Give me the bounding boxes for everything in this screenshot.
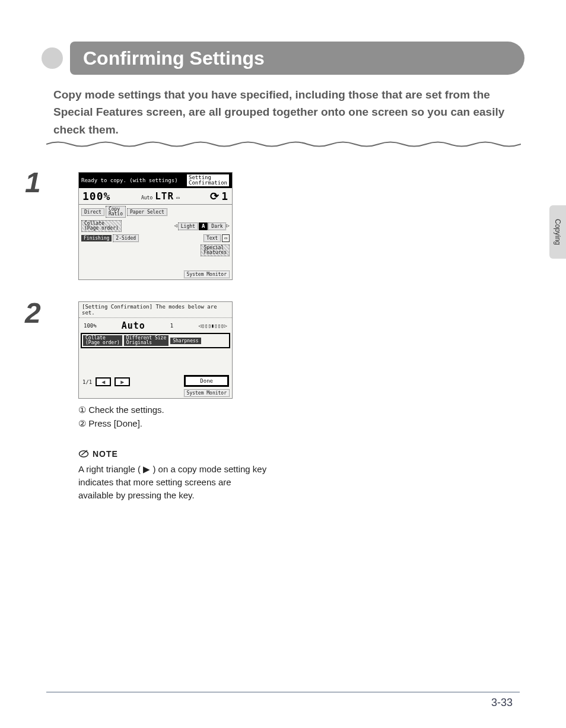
section-tab-label: Copying [554, 219, 562, 245]
setting-confirmation-button[interactable]: Setting Confirmation [186, 174, 230, 187]
dark-button[interactable]: Dark [208, 222, 225, 230]
wavy-divider [46, 140, 521, 148]
done-button[interactable]: Done [185, 376, 228, 386]
collate-button[interactable]: Collate (Page order) [81, 220, 122, 232]
mode-different-size-originals[interactable]: Different Size Originals [124, 335, 168, 346]
two-sided-button[interactable]: 2-Sided [113, 234, 139, 242]
mode-sharpness[interactable]: Sharpness [170, 338, 201, 344]
copy-ratio-value: 100% [82, 190, 110, 202]
step-2-instructions: ① Check the settings. ② Press [Done]. [78, 403, 164, 430]
finishing-button[interactable]: Finishing [81, 235, 112, 241]
intro-paragraph: Copy mode settings that you have specifi… [53, 86, 513, 138]
page-number: 3-33 [491, 697, 513, 709]
lcd-screen-1: Ready to copy. (with settings) Setting C… [78, 172, 233, 280]
light-button[interactable]: Light [178, 222, 198, 230]
auto-density-button[interactable]: A [199, 222, 208, 230]
lcd2-paper: Auto [122, 320, 145, 331]
landscape-icon: ▭ [176, 195, 179, 201]
paper-size-value: LTR [155, 190, 174, 202]
footer-divider [46, 692, 520, 692]
heading-bullet [42, 47, 63, 69]
copy-ratio-button[interactable]: Copy Ratio [106, 206, 126, 218]
copies-icon: ⟳ [210, 190, 220, 202]
copies-count: 1 [221, 190, 228, 202]
system-monitor-button-1[interactable]: System Monitor [184, 271, 230, 278]
note-text: A right triangle ( ▶ ) on a copy mode se… [78, 463, 268, 501]
page-title: Confirming Settings [83, 47, 265, 69]
page-heading-bar: Confirming Settings [70, 42, 524, 75]
lcd-screen-2: [Setting Confirmation] The modes below a… [78, 301, 233, 399]
original-type-icon: ▭ [222, 234, 230, 242]
pager-indicator: 1/1 [82, 379, 92, 385]
mode-collate[interactable]: Collate (Page order) [83, 335, 122, 346]
system-monitor-button-2[interactable]: System Monitor [184, 389, 230, 397]
step-2-number: 2 [25, 297, 41, 329]
special-features-button[interactable]: Special Features [201, 244, 230, 256]
pager-next-button[interactable]: ▶ [115, 377, 130, 386]
lcd2-density-icon: ◁▯▯▯▮▯▯▯▷ [198, 323, 227, 329]
note-label: NOTE [93, 449, 118, 459]
paper-select-button[interactable]: Paper Select [127, 208, 167, 216]
direct-button[interactable]: Direct [81, 208, 104, 216]
instruction-line-1: ① Check the settings. [78, 403, 164, 417]
paper-auto-label: Auto [141, 195, 152, 201]
lcd2-copies: 1 [170, 323, 173, 329]
section-tab: Copying [549, 205, 566, 259]
text-mode-button[interactable]: Text [203, 234, 221, 242]
lcd2-ratio: 100% [84, 323, 97, 329]
density-right-icon: ▷ [227, 222, 230, 230]
instruction-line-2: ② Press [Done]. [78, 417, 164, 431]
lcd2-title: [Setting Confirmation] The modes below a… [79, 302, 232, 318]
step-1-number: 1 [25, 166, 41, 199]
density-left-icon: ◁ [174, 222, 177, 230]
lcd1-status: Ready to copy. (with settings) [81, 177, 178, 183]
note-icon [78, 449, 89, 459]
pager-prev-button[interactable]: ◀ [96, 377, 111, 386]
